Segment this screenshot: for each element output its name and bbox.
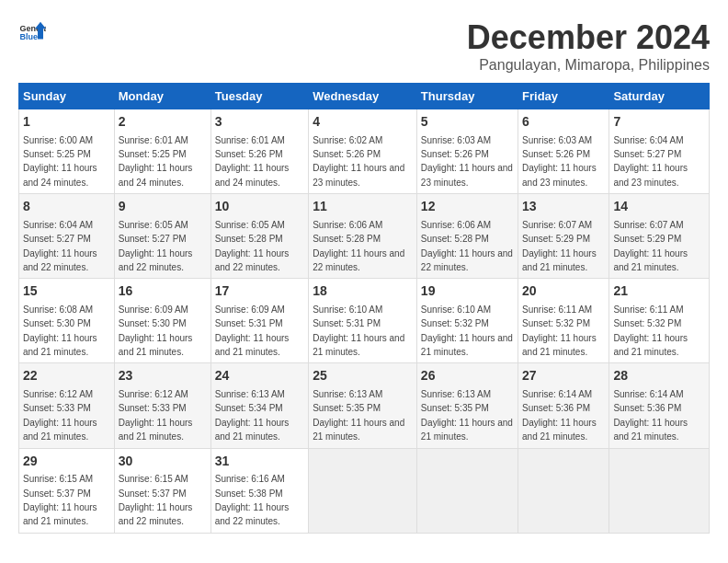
- day-info: Sunrise: 6:00 AMSunset: 5:25 PMDaylight:…: [23, 135, 97, 188]
- calendar-cell: 26 Sunrise: 6:13 AMSunset: 5:35 PMDaylig…: [416, 363, 518, 448]
- day-number: 24: [215, 367, 304, 385]
- calendar-cell: 18 Sunrise: 6:10 AMSunset: 5:31 PMDaylig…: [309, 279, 417, 363]
- calendar-cell: 6 Sunrise: 6:03 AMSunset: 5:26 PMDayligh…: [518, 109, 609, 194]
- calendar-cell: 23 Sunrise: 6:12 AMSunset: 5:33 PMDaylig…: [114, 363, 210, 448]
- day-info: Sunrise: 6:10 AMSunset: 5:31 PMDaylight:…: [313, 304, 404, 357]
- day-info: Sunrise: 6:13 AMSunset: 5:34 PMDaylight:…: [215, 389, 290, 442]
- day-info: Sunrise: 6:05 AMSunset: 5:27 PMDaylight:…: [119, 220, 193, 272]
- header: General Blue December 2024 Pangulayan, M…: [18, 18, 710, 74]
- day-info: Sunrise: 6:15 AMSunset: 5:37 PMDaylight:…: [119, 474, 193, 526]
- day-number: 18: [313, 282, 413, 301]
- calendar-cell: 11 Sunrise: 6:06 AMSunset: 5:28 PMDaylig…: [309, 194, 417, 279]
- calendar-cell: 24 Sunrise: 6:13 AMSunset: 5:34 PMDaylig…: [210, 363, 308, 448]
- day-number: 6: [522, 113, 605, 132]
- day-number: 13: [522, 198, 605, 216]
- day-info: Sunrise: 6:14 AMSunset: 5:36 PMDaylight:…: [522, 389, 597, 442]
- day-info: Sunrise: 6:02 AMSunset: 5:26 PMDaylight:…: [313, 135, 404, 188]
- calendar-cell: 30 Sunrise: 6:15 AMSunset: 5:37 PMDaylig…: [114, 448, 210, 533]
- day-number: 3: [215, 113, 304, 132]
- header-friday: Friday: [518, 84, 609, 109]
- header-thursday: Thursday: [416, 84, 518, 109]
- day-number: 27: [522, 367, 605, 385]
- day-number: 5: [421, 113, 514, 132]
- logo: General Blue: [18, 18, 46, 46]
- calendar-cell: 5 Sunrise: 6:03 AMSunset: 5:26 PMDayligh…: [416, 109, 518, 194]
- title-area: December 2024 Pangulayan, Mimaropa, Phil…: [467, 18, 710, 74]
- header-tuesday: Tuesday: [210, 84, 308, 109]
- calendar-cell: 20 Sunrise: 6:11 AMSunset: 5:32 PMDaylig…: [518, 279, 609, 363]
- calendar-header-row: SundayMondayTuesdayWednesdayThursdayFrid…: [19, 84, 710, 109]
- day-info: Sunrise: 6:01 AMSunset: 5:26 PMDaylight:…: [215, 135, 290, 188]
- calendar-cell: [609, 448, 710, 533]
- main-title: December 2024: [467, 18, 710, 57]
- calendar-cell: 2 Sunrise: 6:01 AMSunset: 5:25 PMDayligh…: [114, 109, 210, 194]
- calendar-cell: 19 Sunrise: 6:10 AMSunset: 5:32 PMDaylig…: [416, 279, 518, 363]
- day-number: 11: [313, 198, 413, 216]
- calendar-cell: [309, 448, 417, 533]
- day-info: Sunrise: 6:09 AMSunset: 5:30 PMDaylight:…: [119, 304, 193, 357]
- day-info: Sunrise: 6:12 AMSunset: 5:33 PMDaylight:…: [119, 389, 193, 442]
- calendar-week-row: 1 Sunrise: 6:00 AMSunset: 5:25 PMDayligh…: [19, 109, 710, 194]
- calendar-cell: 17 Sunrise: 6:09 AMSunset: 5:31 PMDaylig…: [210, 279, 308, 363]
- day-number: 17: [215, 282, 304, 301]
- day-info: Sunrise: 6:11 AMSunset: 5:32 PMDaylight:…: [522, 304, 597, 357]
- day-info: Sunrise: 6:11 AMSunset: 5:32 PMDaylight:…: [613, 304, 688, 357]
- day-number: 1: [23, 113, 110, 132]
- calendar-cell: 8 Sunrise: 6:04 AMSunset: 5:27 PMDayligh…: [19, 194, 115, 279]
- calendar-cell: 16 Sunrise: 6:09 AMSunset: 5:30 PMDaylig…: [114, 279, 210, 363]
- calendar-cell: 4 Sunrise: 6:02 AMSunset: 5:26 PMDayligh…: [309, 109, 417, 194]
- calendar-cell: 28 Sunrise: 6:14 AMSunset: 5:36 PMDaylig…: [609, 363, 710, 448]
- day-number: 14: [613, 198, 705, 216]
- day-number: 30: [119, 453, 207, 471]
- calendar-cell: 21 Sunrise: 6:11 AMSunset: 5:32 PMDaylig…: [609, 279, 710, 363]
- day-info: Sunrise: 6:16 AMSunset: 5:38 PMDaylight:…: [215, 474, 290, 526]
- day-info: Sunrise: 6:12 AMSunset: 5:33 PMDaylight:…: [23, 389, 97, 442]
- svg-text:Blue: Blue: [20, 32, 39, 41]
- calendar-cell: [416, 448, 518, 533]
- day-number: 19: [421, 282, 514, 301]
- header-wednesday: Wednesday: [309, 84, 417, 109]
- day-info: Sunrise: 6:13 AMSunset: 5:35 PMDaylight:…: [421, 389, 513, 442]
- calendar-cell: 15 Sunrise: 6:08 AMSunset: 5:30 PMDaylig…: [19, 279, 115, 363]
- day-number: 15: [23, 282, 110, 301]
- day-number: 12: [421, 198, 514, 216]
- day-number: 7: [613, 113, 705, 132]
- subtitle: Pangulayan, Mimaropa, Philippines: [467, 57, 710, 74]
- day-info: Sunrise: 6:04 AMSunset: 5:27 PMDaylight:…: [23, 220, 97, 272]
- day-info: Sunrise: 6:04 AMSunset: 5:27 PMDaylight:…: [613, 135, 688, 188]
- calendar-week-row: 8 Sunrise: 6:04 AMSunset: 5:27 PMDayligh…: [19, 194, 710, 279]
- day-info: Sunrise: 6:14 AMSunset: 5:36 PMDaylight:…: [613, 389, 688, 442]
- day-number: 26: [421, 367, 514, 385]
- day-info: Sunrise: 6:10 AMSunset: 5:32 PMDaylight:…: [421, 304, 513, 357]
- calendar-cell: 1 Sunrise: 6:00 AMSunset: 5:25 PMDayligh…: [19, 109, 115, 194]
- day-info: Sunrise: 6:06 AMSunset: 5:28 PMDaylight:…: [313, 220, 404, 272]
- calendar-cell: 14 Sunrise: 6:07 AMSunset: 5:29 PMDaylig…: [609, 194, 710, 279]
- day-number: 25: [313, 367, 413, 385]
- day-number: 16: [119, 282, 207, 301]
- day-number: 9: [119, 198, 207, 216]
- day-number: 10: [215, 198, 304, 216]
- calendar-cell: 27 Sunrise: 6:14 AMSunset: 5:36 PMDaylig…: [518, 363, 609, 448]
- day-number: 31: [215, 453, 304, 471]
- day-info: Sunrise: 6:01 AMSunset: 5:25 PMDaylight:…: [119, 135, 193, 188]
- header-monday: Monday: [114, 84, 210, 109]
- day-number: 29: [23, 453, 110, 471]
- calendar-cell: 3 Sunrise: 6:01 AMSunset: 5:26 PMDayligh…: [210, 109, 308, 194]
- day-number: 21: [613, 282, 705, 301]
- header-saturday: Saturday: [609, 84, 710, 109]
- calendar-week-row: 15 Sunrise: 6:08 AMSunset: 5:30 PMDaylig…: [19, 279, 710, 363]
- day-info: Sunrise: 6:09 AMSunset: 5:31 PMDaylight:…: [215, 304, 290, 357]
- logo-icon: General Blue: [18, 18, 46, 46]
- day-info: Sunrise: 6:06 AMSunset: 5:28 PMDaylight:…: [421, 220, 513, 272]
- day-info: Sunrise: 6:13 AMSunset: 5:35 PMDaylight:…: [313, 389, 404, 442]
- day-number: 28: [613, 367, 705, 385]
- calendar-table: SundayMondayTuesdayWednesdayThursdayFrid…: [18, 83, 710, 534]
- day-number: 8: [23, 198, 110, 216]
- day-info: Sunrise: 6:03 AMSunset: 5:26 PMDaylight:…: [522, 135, 597, 188]
- calendar-week-row: 29 Sunrise: 6:15 AMSunset: 5:37 PMDaylig…: [19, 448, 710, 533]
- day-number: 4: [313, 113, 413, 132]
- day-info: Sunrise: 6:07 AMSunset: 5:29 PMDaylight:…: [522, 220, 597, 272]
- calendar-cell: 7 Sunrise: 6:04 AMSunset: 5:27 PMDayligh…: [609, 109, 710, 194]
- header-sunday: Sunday: [19, 84, 115, 109]
- calendar-cell: 31 Sunrise: 6:16 AMSunset: 5:38 PMDaylig…: [210, 448, 308, 533]
